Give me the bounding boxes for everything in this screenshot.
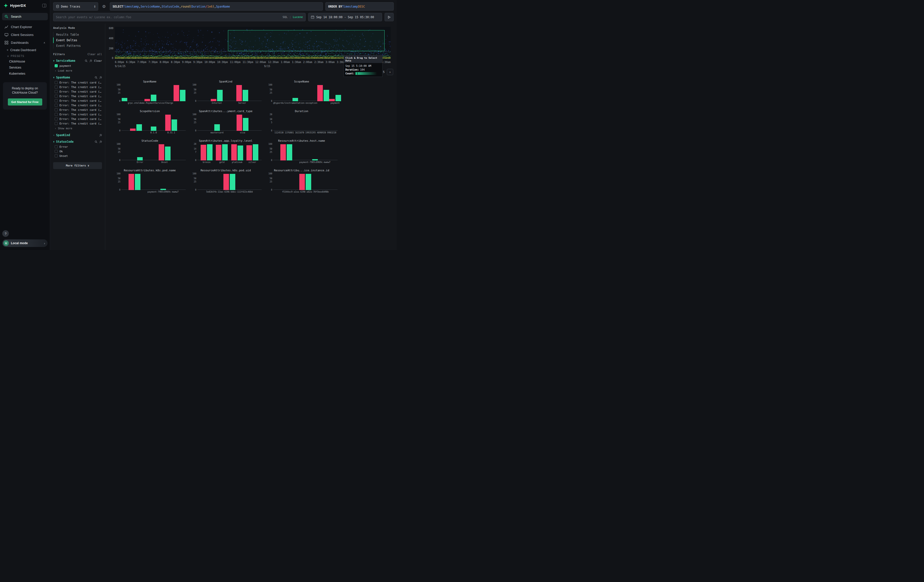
help-button[interactable]: ? [2, 230, 9, 237]
database-icon [56, 5, 59, 8]
group-search-icon[interactable] [95, 140, 97, 143]
order-by-input[interactable]: ORDER BY Timestamp DESC [325, 2, 394, 11]
sidebar-collapse-icon[interactable] [42, 4, 46, 7]
get-started-button[interactable]: Get Started for Free [8, 99, 42, 106]
checkbox[interactable] [54, 90, 58, 93]
filter-option[interactable]: Error: The credit card (… [53, 85, 102, 89]
delta-charts-grid: SpanName10050250grpc.oteldemo.PaymentSer… [112, 80, 397, 197]
inlier-bar [151, 127, 156, 131]
group-search-icon[interactable] [95, 76, 97, 79]
checkbox[interactable] [54, 145, 58, 148]
filter-group-spankind[interactable]: › SpanKind [53, 134, 102, 137]
source-select[interactable]: Demo Traces ▲▼ [53, 2, 98, 11]
filter-option-label: Error: The credit card (… [59, 90, 101, 93]
inlier-bar [243, 90, 248, 101]
checkbox[interactable] [54, 108, 58, 111]
heatmap-section: 6004002000 6:00pm6:30pm7:00pm7:30pm8:00p… [106, 26, 393, 80]
filter-option[interactable]: Error: The credit card (… [53, 107, 102, 112]
outlier-bar [129, 174, 134, 190]
filter-group-servicename[interactable]: ∨ ServiceName Clear [53, 59, 102, 63]
outlier-bar [216, 145, 221, 160]
run-query-button[interactable] [384, 13, 394, 21]
filter-option[interactable]: Error: The credit card (… [53, 80, 102, 85]
sidebar-item-search[interactable]: Search [2, 13, 48, 20]
lucene-toggle[interactable]: Lucene [293, 15, 303, 19]
y-tick-label: 50 [194, 118, 196, 120]
group-search-icon[interactable] [85, 59, 87, 62]
outlier-bar [130, 129, 135, 131]
sidebar: HyperDX Search Chart Explorer [0, 0, 50, 250]
checkbox[interactable] [54, 117, 58, 120]
date-range-picker[interactable]: Sep 14 18:00:00 - Sep 15 05:30:00 [308, 13, 382, 21]
checkbox[interactable] [54, 104, 58, 107]
analysis-mode-event-deltas[interactable]: Event Deltas [53, 38, 102, 43]
filter-group-spanname[interactable]: ∨ SpanName [53, 76, 102, 79]
filter-option[interactable]: Error: The credit card (… [53, 117, 102, 121]
more-filters-button[interactable]: More filters ∨ [53, 162, 102, 169]
x-category-label: 0.1.0 [150, 131, 157, 134]
filter-option[interactable]: Unset [53, 153, 102, 158]
checkbox[interactable] [54, 81, 58, 84]
filter-option[interactable]: Error: The credit card (… [53, 103, 102, 107]
checkbox[interactable] [54, 99, 58, 102]
filter-group-statuscode[interactable]: ∨ StatusCode [53, 140, 102, 143]
x-category-label: 0.51.1 [167, 131, 175, 134]
y-tick-label: 14 [194, 148, 196, 150]
checkbox[interactable] [54, 154, 58, 157]
grid-icon [5, 41, 8, 45]
show-more-button[interactable]: › Show more [53, 126, 102, 130]
analysis-mode-event-patterns[interactable]: Event Patterns [53, 43, 102, 49]
search-bar[interactable]: SQL | Lucene [53, 13, 306, 21]
checkbox[interactable] [54, 113, 58, 116]
filter-option[interactable]: ✓payment [53, 64, 102, 68]
y-tick-label: 0 [195, 100, 196, 102]
chart-plot: payment-7985c8969c-mwmw7 [273, 144, 338, 164]
local-mode-pill[interactable]: U Local mode › [2, 239, 48, 247]
analysis-mode-results-table[interactable]: Results Table [53, 32, 102, 38]
avatar: U [3, 241, 9, 246]
preset-clickhouse[interactable]: ClickHouse [0, 58, 50, 64]
filter-option[interactable]: Error: The credit card (… [53, 121, 102, 126]
pager-next-button[interactable]: › [387, 69, 393, 75]
time-selection-rect[interactable] [228, 30, 384, 51]
checkbox[interactable]: ✓ [54, 64, 58, 67]
presets-toggle[interactable]: ∨ PRESETS [0, 53, 50, 58]
preset-kubernetes[interactable]: Kubernetes [0, 71, 50, 77]
preset-services[interactable]: Services [0, 64, 50, 71]
filter-option[interactable]: Error: The credit card (… [53, 112, 102, 117]
calendar-icon [311, 15, 314, 19]
filter-option[interactable]: Error: The credit card (… [53, 99, 102, 103]
gear-icon[interactable]: ⚙ [101, 2, 107, 11]
group-pin-icon[interactable] [99, 140, 102, 143]
checkbox[interactable] [54, 150, 58, 153]
sql-toggle[interactable]: SQL [283, 15, 288, 19]
clear-all-button[interactable]: Clear all [87, 53, 102, 56]
filter-option[interactable]: Ok [53, 149, 102, 153]
mode-label: Local mode [11, 241, 28, 245]
filter-option-label: payment [59, 64, 71, 68]
sidebar-item-chart-explorer[interactable]: Chart Explorer [2, 23, 48, 31]
checkbox[interactable] [54, 95, 58, 98]
delta-chart-resourceattributes-k8s-pod-name: ResourceAttributes.k8s.pod.name10050250p… [112, 169, 188, 197]
heatmap-plot[interactable] [115, 27, 391, 59]
group-clear-button[interactable]: Clear [94, 59, 102, 62]
load-more-button[interactable]: › Load more [53, 68, 102, 73]
filter-option[interactable]: Error: The credit card (… [53, 94, 102, 99]
sidebar-item-client-sessions[interactable]: Client Sessions [2, 31, 48, 38]
checkbox[interactable] [54, 86, 58, 89]
y-tick-label: 100 [269, 172, 272, 175]
chart-plot: InternalServer [197, 84, 262, 105]
checkbox[interactable] [54, 122, 58, 125]
chart-y-axis: 10050250 [190, 84, 196, 101]
sql-query-input[interactable]: SELECT Timestamp, ServiceName, StatusCod… [110, 2, 323, 11]
group-pin-icon[interactable] [89, 59, 92, 62]
filter-option[interactable]: Error [53, 145, 102, 149]
delta-chart-duration: Duration20105011245381376801162107019935… [264, 110, 340, 138]
sidebar-item-dashboards[interactable]: Dashboards ∧ [2, 39, 48, 46]
group-pin-icon[interactable] [99, 134, 102, 137]
create-dashboard-button[interactable]: + Create Dashboard [0, 47, 50, 53]
search-input[interactable] [56, 15, 275, 19]
group-pin-icon[interactable] [99, 76, 102, 79]
filter-option[interactable]: Error: The credit card (… [53, 89, 102, 94]
time-tick-label: 12:30am [268, 61, 279, 64]
